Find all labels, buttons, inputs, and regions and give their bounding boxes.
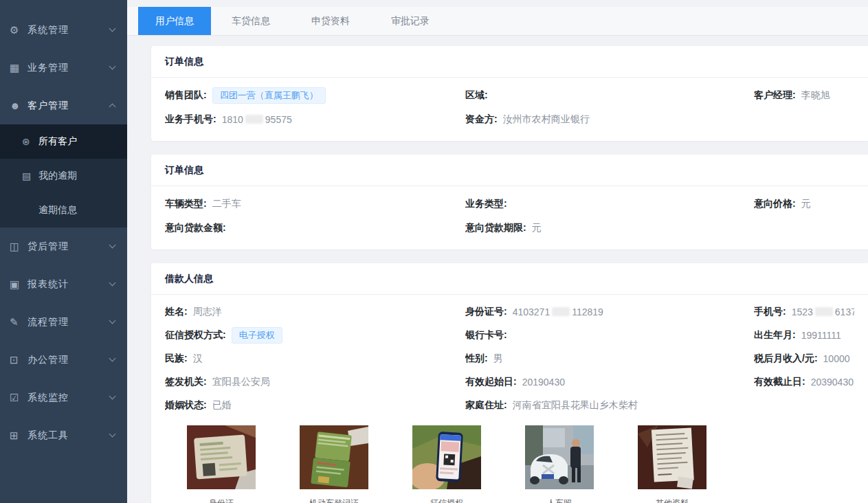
- sidebar-item-system-management[interactable]: ⚙ 系统管理: [0, 11, 127, 49]
- sidebar-item-all-customers[interactable]: ⊛ 所有客户: [0, 124, 127, 159]
- field-value: 汝州市农村商业银行: [503, 113, 590, 126]
- field-value: 元: [532, 222, 542, 234]
- field-value: 男: [493, 353, 503, 365]
- photo-caption: 征信授权: [412, 498, 481, 503]
- user-icon: ☻: [10, 100, 27, 111]
- field-label: 有效起始日:: [465, 376, 517, 388]
- card-title: 借款人信息: [151, 263, 868, 295]
- field-valid-to: 有效截止日: 20390430: [754, 376, 854, 388]
- app-window: ⚙ 系统管理 ▦ 业务管理 ☻ 客户管理 ⊛ 所有客户 ▤ 我的逾期 逾期信息: [0, 0, 868, 503]
- grid-icon: ▦: [10, 62, 27, 74]
- customer-management-submenu: ⊛ 所有客户 ▤ 我的逾期 逾期信息: [0, 124, 127, 227]
- photo-registration-book[interactable]: 机动车登记证: [300, 425, 368, 503]
- chevron-down-icon: [109, 393, 116, 400]
- field-value: 20190430: [522, 377, 565, 388]
- sidebar-item-label: 报表统计: [27, 278, 110, 291]
- field-label: 有效截止日:: [754, 376, 805, 388]
- field-funder: 资金方: 汝州市农村商业银行: [465, 113, 754, 126]
- field-valid-from: 有效起始日: 20190430: [465, 376, 754, 388]
- open-book-icon: ◫: [10, 241, 27, 253]
- sidebar-item-label: 系统监控: [27, 392, 110, 404]
- tab-approval-records[interactable]: 审批记录: [370, 7, 450, 35]
- field-label: 签发机关:: [165, 376, 207, 388]
- field-ethnicity: 民族: 汉: [165, 353, 465, 365]
- field-label: 出生年月:: [754, 329, 796, 342]
- field-value: 15236137: [792, 306, 854, 317]
- customers-icon: ⊛: [22, 136, 38, 147]
- field-home-address: 家庭住址: 河南省宜阳县花果山乡木柴村: [465, 399, 754, 412]
- order-info-card: 订单信息 销售团队: 四团一营（直属王鹏飞） 区域: 客户经理:: [151, 46, 868, 141]
- field-value: 19911111: [801, 330, 841, 341]
- field-value: 181095575: [222, 114, 292, 125]
- sidebar-item-label: 业务管理: [27, 62, 110, 74]
- field-label: 区域:: [465, 89, 488, 102]
- photo-handwritten-document[interactable]: 其他资料: [638, 425, 706, 503]
- photo-caption: 机动车登记证: [300, 498, 368, 503]
- sidebar-item-postloan-management[interactable]: ◫ 贷后管理: [0, 227, 127, 265]
- field-bank-card: 银行卡号:: [465, 329, 754, 342]
- sidebar-item-process-management[interactable]: ✎ 流程管理: [0, 303, 127, 341]
- field-label: 银行卡号:: [465, 329, 507, 342]
- field-label: 手机号:: [754, 306, 786, 318]
- photo-caption: 人车照: [525, 498, 594, 503]
- photo-person-with-car[interactable]: 人车照: [525, 425, 594, 503]
- field-loan-amount: 意向贷款金额:: [165, 222, 465, 234]
- field-label: 客户经理:: [754, 89, 796, 102]
- registration-book-photo-thumbnail: [300, 425, 368, 489]
- field-value: 二手车: [212, 198, 241, 210]
- sidebar-item-overdue-info[interactable]: 逾期信息: [0, 193, 127, 227]
- tab-loan-application-docs[interactable]: 申贷资料: [291, 7, 370, 35]
- redaction-blur: [815, 307, 833, 316]
- redaction-blur: [245, 115, 263, 124]
- chevron-down-icon: [109, 242, 116, 249]
- field-name: 姓名: 周志洋: [165, 306, 465, 318]
- tab-user-info[interactable]: 用户信息: [138, 7, 211, 35]
- sidebar-item-system-monitor[interactable]: ☑ 系统监控: [0, 379, 127, 416]
- field-value: 4103271112819: [513, 306, 603, 317]
- borrower-info-card: 借款人信息 姓名: 周志洋 身份证号: 4103271112819 手机号:: [151, 263, 868, 503]
- field-value: 河南省宜阳县花果山乡木柴村: [513, 399, 638, 412]
- sidebar-item-report-statistics[interactable]: ▣ 报表统计: [0, 265, 127, 303]
- field-value: 已婚: [212, 399, 232, 412]
- photo-credit-auth-phone[interactable]: 征信授权: [412, 425, 481, 503]
- field-label: 税后月收入/元:: [754, 353, 818, 365]
- tab-car-loan-info[interactable]: 车贷信息: [211, 7, 291, 35]
- sidebar-item-office-management[interactable]: ⊡ 办公管理: [0, 341, 127, 379]
- id-card-photo-thumbnail: [187, 425, 256, 489]
- sidebar-item-business-management[interactable]: ▦ 业务管理: [0, 49, 127, 87]
- field-gender: 性别: 男: [465, 353, 754, 365]
- sidebar-item-label: 流程管理: [27, 316, 110, 328]
- gear-icon: ⚙: [10, 24, 27, 36]
- sidebar-item-customer-management[interactable]: ☻ 客户管理: [0, 87, 127, 124]
- sidebar-item-my-overdue[interactable]: ▤ 我的逾期: [0, 159, 127, 193]
- field-loan-term: 意向贷款期限: 元: [465, 222, 754, 234]
- field-label: 资金方:: [465, 113, 498, 126]
- field-label: 姓名:: [165, 306, 188, 318]
- card-title: 订单信息: [151, 155, 868, 186]
- pencil-note-icon: ✎: [10, 316, 27, 328]
- field-label: 业务类型:: [465, 198, 507, 210]
- handwritten-doc-photo-thumbnail: [638, 425, 706, 489]
- field-account-manager: 客户经理: 李晓旭: [754, 89, 854, 102]
- credit-auth-photo-thumbnail: [412, 425, 481, 489]
- field-value: 周志洋: [193, 306, 222, 318]
- photo-id-card[interactable]: 身份证: [187, 425, 256, 503]
- sidebar-item-label: 贷后管理: [27, 241, 110, 253]
- field-label: 家庭住址:: [465, 399, 507, 412]
- main-area: 用户信息 车贷信息 申贷资料 审批记录 订单信息 销售团队: 四团一营（直属王鹏…: [127, 0, 868, 503]
- field-intent-price: 意向价格: 元: [754, 198, 854, 210]
- field-sales-team: 销售团队: 四团一营（直属王鹏飞）: [165, 87, 465, 104]
- box-plus-icon: ⊞: [10, 429, 27, 442]
- field-label: 民族:: [165, 353, 188, 365]
- redaction-blur: [552, 307, 570, 316]
- inner-square-icon: ⊡: [10, 354, 27, 366]
- field-label: 身份证号:: [465, 306, 507, 318]
- chevron-down-icon: [109, 63, 116, 70]
- sidebar-item-label: 办公管理: [27, 354, 110, 366]
- field-business-phone: 业务手机号: 181095575: [165, 113, 465, 126]
- sidebar-item-label: 逾期信息: [38, 204, 77, 216]
- sidebar-item-system-tools[interactable]: ⊞ 系统工具: [0, 416, 127, 454]
- chevron-down-icon: [109, 25, 116, 32]
- field-label: 意向贷款金额:: [165, 222, 226, 234]
- field-region: 区域:: [465, 89, 754, 102]
